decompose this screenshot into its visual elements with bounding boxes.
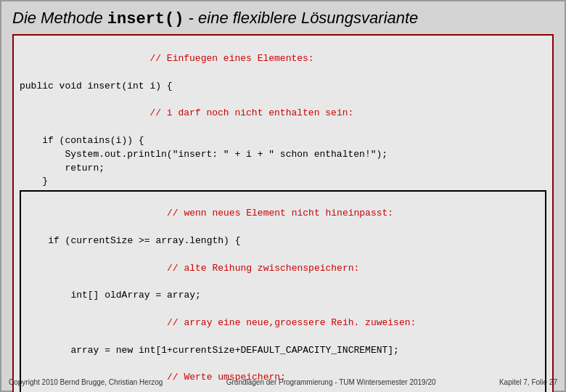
inner-comment1: // wenn neues Element nicht hineinpasst: bbox=[25, 193, 541, 234]
inner-code-box: // wenn neues Element nicht hineinpasst:… bbox=[20, 190, 546, 392]
code-line-4: if (contains(i)) { bbox=[20, 134, 546, 148]
footer: Copyright 2010 Bernd Brugge, Christian H… bbox=[9, 378, 557, 386]
footer-right: Kapitel 7, Folie 27 bbox=[499, 378, 557, 386]
code-line-6: return; bbox=[20, 162, 546, 176]
inner-line3: array = new int[1+currentSize+DEFAULT_CA… bbox=[25, 344, 541, 358]
title-suffix: - eine flexiblere Lösungsvariante bbox=[184, 9, 418, 27]
footer-center: Grundlagen der Programmierung - TUM Wint… bbox=[226, 378, 436, 386]
code-block: // Einfuegen eines Elementes: public voi… bbox=[12, 34, 554, 392]
title-method: insert() bbox=[107, 10, 184, 28]
inner-comment3: // array eine neue,groessere Reih. zuwei… bbox=[25, 303, 541, 344]
inner-comment4: // Werte umspeichern: bbox=[25, 357, 541, 392]
code-line-7: } bbox=[20, 175, 546, 189]
footer-left: Copyright 2010 Bernd Brugge, Christian H… bbox=[9, 378, 163, 386]
slide-title: Die Methode insert() - eine flexiblere L… bbox=[12, 9, 554, 28]
code-line-5: System.out.println("insert: " + i + " sc… bbox=[20, 148, 546, 162]
inner-comment2: // alte Reihung zwischenspeichern: bbox=[25, 248, 541, 290]
slide: Die Methode insert() - eine flexiblere L… bbox=[0, 0, 566, 392]
inner-line2: int[] oldArray = array; bbox=[25, 289, 541, 303]
title-prefix: Die Methode bbox=[12, 9, 107, 27]
code-line-comment1: // Einfuegen eines Elementes: bbox=[20, 38, 546, 80]
code-line-comment2: // i darf noch nicht enthalten sein: bbox=[20, 93, 546, 134]
code-line-2: public void insert(int i) { bbox=[20, 80, 546, 94]
inner-line1: if (currentSize >= array.length) { bbox=[25, 234, 541, 248]
